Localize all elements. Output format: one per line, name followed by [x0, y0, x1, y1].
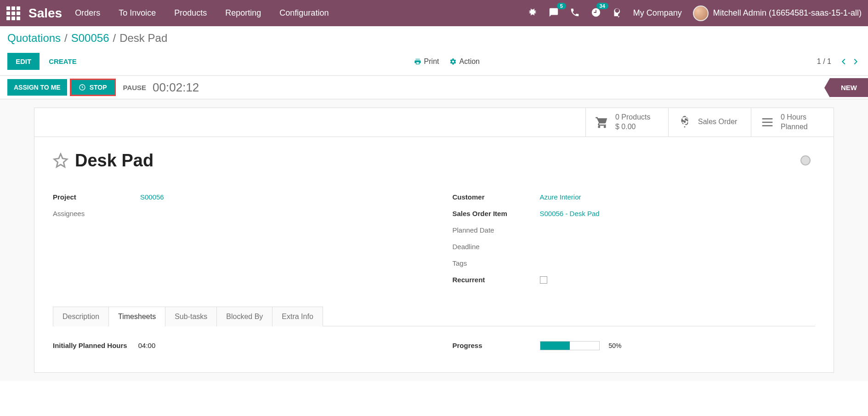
status-bar: ASSIGN TO ME STOP PAUSE 00:02:12 NEW: [0, 76, 868, 99]
tools-icon[interactable]: [612, 7, 622, 19]
breadcrumb-root[interactable]: Quotations: [7, 32, 61, 45]
kanban-state-dot[interactable]: [800, 155, 811, 165]
progress-bar: [540, 341, 600, 350]
nav-menu-configuration[interactable]: Configuration: [279, 8, 329, 18]
star-icon: [53, 153, 68, 168]
stat-row: 0 Products $ 0.00 Sales Order 0 Hours Pl…: [34, 108, 834, 137]
company-selector[interactable]: My Company: [633, 8, 682, 18]
pager-next-icon[interactable]: [851, 57, 861, 67]
tab-extra-info[interactable]: Extra Info: [272, 307, 323, 326]
clock-icon: [79, 84, 86, 91]
cart-icon: [595, 115, 609, 129]
tabs: Description Timesheets Sub-tasks Blocked…: [53, 307, 815, 326]
field-label-planned-date: Planned Date: [453, 226, 540, 234]
tab-description[interactable]: Description: [53, 307, 109, 326]
field-label-assignees: Assignees: [53, 210, 140, 217]
field-label-tags: Tags: [453, 259, 540, 267]
pager-text: 1 / 1: [817, 57, 831, 66]
field-value-project[interactable]: S00056: [140, 193, 164, 201]
pager-prev-icon[interactable]: [839, 57, 849, 67]
user-menu[interactable]: Mitchell Admin (16654581-saas-15-1-all): [693, 6, 862, 21]
planned-hours-value: 04:00: [138, 342, 156, 349]
nav-menu-products[interactable]: Products: [174, 8, 207, 18]
nav-right: 5 34 My Company Mitchell Admin (16654581…: [528, 6, 862, 21]
form-background: 0 Products $ 0.00 Sales Order 0 Hours Pl…: [0, 99, 868, 381]
app-title[interactable]: Sales: [28, 6, 62, 21]
stat-products[interactable]: 0 Products $ 0.00: [585, 108, 668, 137]
print-icon: [414, 58, 421, 65]
tab-timesheets[interactable]: Timesheets: [109, 307, 165, 326]
breadcrumb: Quotations / S00056 / Desk Pad: [7, 32, 861, 45]
main-navbar: Sales Orders To Invoice Products Reporti…: [0, 0, 868, 26]
print-button[interactable]: Print: [414, 57, 439, 66]
planned-hours-label: Initially Planned Hours: [53, 342, 127, 349]
stop-button[interactable]: STOP: [71, 80, 114, 95]
user-avatar: [693, 6, 709, 21]
stat-sales-order[interactable]: Sales Order: [668, 108, 751, 137]
field-label-deadline: Deadline: [453, 243, 540, 251]
action-button[interactable]: Action: [449, 57, 480, 66]
edit-button[interactable]: EDIT: [7, 53, 40, 70]
activities-icon[interactable]: 34: [591, 7, 601, 19]
phone-icon[interactable]: [570, 7, 580, 19]
create-button[interactable]: CREATE: [49, 57, 77, 65]
activities-badge: 34: [596, 3, 608, 9]
assign-to-me-button[interactable]: ASSIGN TO ME: [7, 79, 67, 96]
nav-menu: Orders To Invoice Products Reporting Con…: [75, 8, 329, 18]
stat-hours[interactable]: 0 Hours Planned: [751, 108, 834, 137]
messaging-icon[interactable]: 5: [549, 7, 559, 19]
pause-button[interactable]: PAUSE: [123, 84, 147, 91]
apps-icon[interactable]: [6, 6, 20, 20]
messaging-badge: 5: [557, 3, 566, 9]
tasks-icon: [760, 115, 774, 129]
record-title: Desk Pad: [75, 151, 153, 171]
tab-content-timesheets: Initially Planned Hours 04:00 Progress 5: [53, 326, 815, 359]
gear-icon: [449, 58, 457, 65]
field-label-recurrent: Recurrent: [453, 276, 540, 284]
right-column: Customer Azure Interior Sales Order Item…: [453, 189, 816, 288]
stop-button-highlight: STOP: [70, 79, 116, 96]
user-name: Mitchell Admin (16654581-saas-15-1-all): [713, 8, 862, 18]
timer-display: 00:02:12: [153, 80, 199, 95]
field-label-project: Project: [53, 193, 140, 201]
nav-menu-orders[interactable]: Orders: [75, 8, 100, 18]
debug-icon[interactable]: [528, 7, 538, 19]
progress-label: Progress: [453, 342, 540, 349]
recurrent-checkbox[interactable]: [540, 276, 547, 284]
field-value-soitem[interactable]: S00056 - Desk Pad: [540, 210, 600, 217]
progress-percent: 50%: [609, 342, 622, 349]
breadcrumb-parent[interactable]: S00056: [71, 32, 109, 45]
tab-subtasks[interactable]: Sub-tasks: [165, 307, 217, 326]
form-sheet: 0 Products $ 0.00 Sales Order 0 Hours Pl…: [34, 108, 834, 373]
breadcrumb-current: Desk Pad: [119, 32, 167, 45]
favorite-star[interactable]: [53, 153, 68, 168]
dollar-icon: [678, 115, 692, 129]
field-label-customer: Customer: [453, 193, 540, 201]
left-column: Project S00056 Assignees: [53, 189, 416, 288]
nav-menu-to-invoice[interactable]: To Invoice: [119, 8, 156, 18]
stage-new[interactable]: NEW: [830, 78, 868, 97]
control-bar: Quotations / S00056 / Desk Pad EDIT CREA…: [0, 26, 868, 76]
tab-blocked-by[interactable]: Blocked By: [217, 307, 272, 326]
field-value-customer[interactable]: Azure Interior: [540, 193, 581, 201]
nav-menu-reporting[interactable]: Reporting: [225, 8, 261, 18]
field-label-soitem: Sales Order Item: [453, 210, 540, 217]
